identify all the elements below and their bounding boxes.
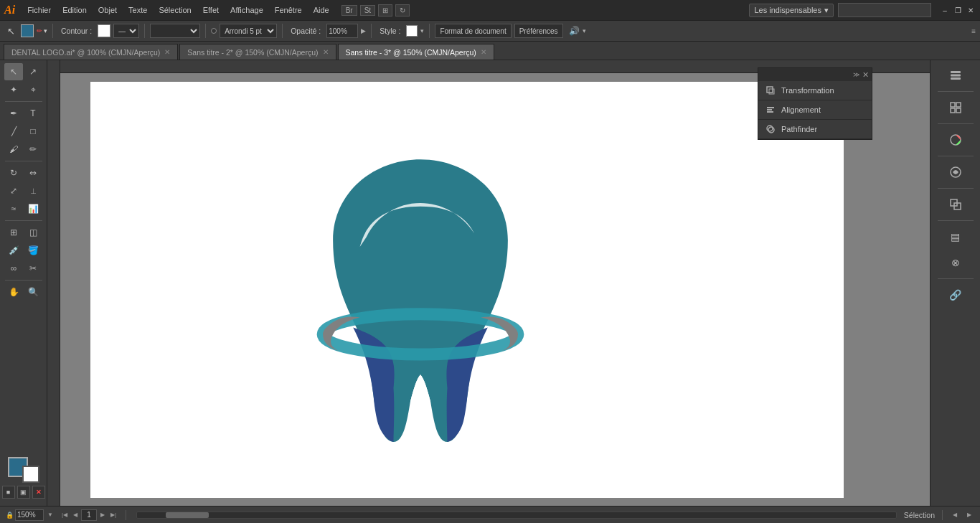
style-swatch[interactable] xyxy=(406,25,418,37)
menu-fenetre[interactable]: Fenêtre xyxy=(270,4,307,17)
none-mode-btn[interactable]: ✕ xyxy=(32,486,45,499)
rotate-tool[interactable]: ↻ xyxy=(4,164,23,182)
panel-btn-appearance[interactable] xyxy=(943,160,969,184)
grid-icon[interactable]: ⊞ xyxy=(378,4,392,17)
scale-tool[interactable]: ⤢ xyxy=(4,182,23,199)
panel-btn-align[interactable]: ▤ xyxy=(943,225,969,249)
panel-close-icon[interactable]: ✕ xyxy=(862,70,869,80)
blend-tool[interactable]: ∞ xyxy=(4,260,23,277)
panel-toggle-icon[interactable]: ≡ xyxy=(971,27,976,35)
paint-bucket-tool[interactable]: 🪣 xyxy=(24,242,42,259)
rect-tool[interactable]: □ xyxy=(24,123,42,140)
hscroll-thumb[interactable] xyxy=(166,512,209,518)
tab-0-close[interactable]: ✕ xyxy=(164,49,170,56)
mesh-tool[interactable]: ⊞ xyxy=(4,224,23,241)
type-tool[interactable]: T xyxy=(24,105,42,122)
warp-tool[interactable]: ≈ xyxy=(4,200,23,217)
speaker-arrow: ▾ xyxy=(583,27,586,34)
select-tool[interactable]: ↖ xyxy=(4,63,23,80)
workspace-dropdown[interactable]: Les indispensables ▾ xyxy=(749,4,834,17)
stroke-dropdown[interactable]: — xyxy=(113,24,139,38)
format-document-button[interactable]: Format de document xyxy=(435,24,511,38)
close-button[interactable]: ✕ xyxy=(966,5,976,15)
menu-aide[interactable]: Aide xyxy=(308,4,334,17)
hand-tool[interactable]: ✋ xyxy=(4,283,23,301)
tool-sep-3 xyxy=(5,220,42,221)
separator6 xyxy=(429,24,430,38)
panel-btn-color[interactable] xyxy=(943,128,969,152)
pencil-tool[interactable]: ✏ xyxy=(24,141,42,158)
scissors-tool[interactable]: ✂ xyxy=(24,260,42,277)
panel-btn-pathfinder[interactable]: ⊗ xyxy=(943,250,969,275)
tab-2[interactable]: Sans titre - 3* @ 150% (CMJN/Aperçu) ✕ xyxy=(338,44,494,60)
preferences-button[interactable]: Préférences xyxy=(514,24,563,38)
horizontal-scrollbar[interactable] xyxy=(136,512,897,519)
panel-item-pathfinder[interactable]: Pathfinder xyxy=(758,120,872,139)
tab-1-close[interactable]: ✕ xyxy=(323,49,329,56)
color-mode-btn[interactable]: ■ xyxy=(2,486,15,499)
zoom-tool[interactable]: 🔍 xyxy=(24,283,42,301)
panel-item-alignement[interactable]: Alignement xyxy=(758,100,872,120)
selection-tool-btn[interactable]: ↖ xyxy=(4,24,18,38)
tab-1[interactable]: Sans titre - 2* @ 150% (CMJN/Aperçu) ✕ xyxy=(179,44,336,60)
hscroll-right-btn[interactable]: ▶ xyxy=(964,510,974,520)
fill-stroke-control[interactable]: ✏ ▾ xyxy=(37,27,47,34)
page-input[interactable] xyxy=(81,509,97,521)
next-page-btn[interactable]: ▶ xyxy=(98,510,108,520)
panel-btn-layers[interactable] xyxy=(943,63,969,88)
tab-0[interactable]: DENTAL LOGO.ai* @ 100% (CMJN/Aperçu) ✕ xyxy=(4,44,178,60)
opacity-input[interactable] xyxy=(326,24,358,38)
magic-wand-tool[interactable]: ✦ xyxy=(4,81,23,98)
minimize-button[interactable]: – xyxy=(940,5,950,15)
panel-btn-transform[interactable] xyxy=(943,192,969,217)
stock-icon[interactable]: St xyxy=(360,5,375,16)
tab-bar: DENTAL LOGO.ai* @ 100% (CMJN/Aperçu) ✕ S… xyxy=(0,42,980,60)
zoom-down-btn[interactable]: ▼ xyxy=(45,510,55,520)
direct-select-tool[interactable]: ↗ xyxy=(24,63,42,80)
line-tool[interactable]: ╱ xyxy=(4,123,23,140)
panel-expand-icon[interactable]: ≫ xyxy=(853,71,859,78)
menu-objet[interactable]: Objet xyxy=(93,4,122,17)
menu-texte[interactable]: Texte xyxy=(123,4,152,17)
fill-color-swatch[interactable] xyxy=(21,24,34,37)
canvas-area[interactable]: مستقل mostaql.com ≫ ✕ Transformation Ali… xyxy=(47,60,930,506)
panel-btn-artboards[interactable] xyxy=(943,95,969,120)
tab-0-label: DENTAL LOGO.ai* @ 100% (CMJN/Aperçu) xyxy=(11,48,160,57)
search-input[interactable] xyxy=(838,3,931,17)
shear-tool[interactable]: ⟂ xyxy=(24,182,42,199)
reflect-tool[interactable]: ⇔ xyxy=(24,164,42,182)
panel-item-transformation[interactable]: Transformation xyxy=(758,81,872,100)
tab-2-close[interactable]: ✕ xyxy=(481,49,486,56)
eyedropper-tool[interactable]: 💉 xyxy=(4,242,23,259)
hscroll-left-btn[interactable]: ◀ xyxy=(950,510,960,520)
menu-fichier[interactable]: Fichier xyxy=(22,4,56,17)
stroke-style-dropdown[interactable] xyxy=(150,24,200,38)
sync-icon[interactable]: ↻ xyxy=(395,4,410,17)
arrondi-dropdown[interactable]: Arrondi 5 pt xyxy=(220,24,277,38)
prev-page-btn[interactable]: ◀ xyxy=(70,510,80,520)
color-section: ■ ▣ ✕ xyxy=(0,453,47,503)
zoom-input[interactable] xyxy=(15,509,44,521)
first-page-btn[interactable]: |◀ xyxy=(60,510,70,520)
gradient-mode-btn[interactable]: ▣ xyxy=(17,486,30,499)
restore-button[interactable]: ❐ xyxy=(953,5,963,15)
panel-btn-links[interactable]: 🔗 xyxy=(943,283,969,307)
bridge-icon[interactable]: Br xyxy=(341,5,357,16)
last-page-btn[interactable]: ▶| xyxy=(108,510,118,520)
graph-tool[interactable]: 📊 xyxy=(24,200,42,217)
status-zoom: 🔒 ▼ xyxy=(6,509,55,521)
paintbrush-tool[interactable]: 🖌 xyxy=(4,141,23,158)
background-color[interactable] xyxy=(22,466,39,483)
speaker-icon[interactable]: 🔊 xyxy=(569,26,580,36)
stroke-color-swatch[interactable] xyxy=(98,24,110,37)
svg-rect-14 xyxy=(956,103,961,107)
opacity-arrow: ▶ xyxy=(361,27,366,34)
menu-edition[interactable]: Edition xyxy=(57,4,92,17)
lasso-tool[interactable]: ⌖ xyxy=(24,81,42,98)
menu-selection[interactable]: Sélection xyxy=(154,4,196,17)
pen-tool[interactable]: ✒ xyxy=(4,105,23,122)
svg-point-8 xyxy=(767,126,773,131)
gradient-tool[interactable]: ◫ xyxy=(24,224,42,241)
menu-affichage[interactable]: Affichage xyxy=(225,4,268,17)
menu-effet[interactable]: Effet xyxy=(198,4,224,17)
